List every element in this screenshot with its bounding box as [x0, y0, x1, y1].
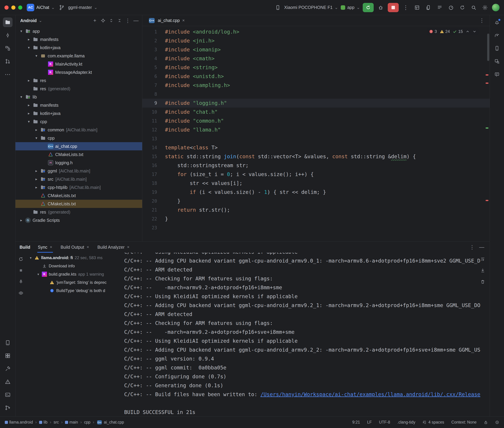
code-line-18[interactable]: 18 str << values[i]; [142, 179, 490, 188]
code-line-17[interactable]: 17 for (size_t i = 0; i < values.size();… [142, 170, 490, 179]
filter-eye-icon[interactable] [17, 289, 25, 297]
tree-item-kotlin-java[interactable]: ▸kotlin+java [16, 109, 142, 117]
tree-item-messageadapter-kt[interactable]: KMessageAdapter.kt [16, 68, 142, 76]
previous-problem-button[interactable] [466, 29, 470, 33]
tree-item-cpp[interactable]: ▾cpp [16, 134, 142, 142]
build-tab-build-analyzer[interactable]: Build Analyzer✕ [97, 242, 130, 253]
error-stripe-mark[interactable] [486, 82, 488, 84]
window-minimize-button[interactable] [11, 6, 16, 10]
context-indicator[interactable]: Context: None [451, 420, 477, 425]
soft-wrap-button[interactable] [479, 255, 487, 263]
code-line-10[interactable]: 10#include "chat.h" [142, 107, 490, 116]
layout-inspector-icon[interactable] [413, 3, 421, 12]
code-line-12[interactable]: 12#include "llama.h" [142, 125, 490, 134]
run-button[interactable] [363, 3, 374, 12]
stop-sync-button[interactable] [17, 267, 25, 274]
profiler-icon[interactable] [447, 3, 455, 12]
hide-build-panel-button[interactable]: — [478, 243, 486, 251]
tree-item-cpp-httplib[interactable]: ▸cpp-httplib[AiChat.lib.main] [16, 183, 142, 191]
more-actions-button[interactable]: ⋮ [401, 3, 410, 12]
line-separator-indicator[interactable]: LF [367, 420, 372, 425]
build-console[interactable]: C/C++: -- Using KleidiAI optimized kerne… [122, 253, 490, 416]
chevron-down-icon[interactable]: ▾ [28, 256, 34, 260]
error-stripe-mark[interactable] [486, 200, 488, 201]
pull-requests-tool-button[interactable] [3, 57, 13, 66]
inspection-profile-icon[interactable] [495, 420, 499, 424]
build-tool-button[interactable] [3, 364, 13, 374]
commit-tool-button[interactable] [3, 31, 13, 40]
code-line-13[interactable]: 13 [142, 134, 490, 143]
hide-panel-button[interactable]: — [132, 17, 140, 24]
code-line-5[interactable]: 5#include <string> [142, 63, 490, 72]
tree-item-manifests[interactable]: ▸manifests [16, 35, 142, 43]
build-tab-build-output[interactable]: Build Output✕ [60, 242, 90, 253]
code-line-16[interactable]: 16 std::ostringstream str; [142, 161, 490, 170]
breadcrumb-cpp[interactable]: cpp [84, 420, 90, 425]
tree-item-res[interactable]: res(generated) [16, 208, 142, 216]
debug-button[interactable] [376, 3, 385, 12]
error-stripe-mark[interactable] [486, 74, 488, 75]
logcat-icon[interactable] [436, 3, 444, 12]
inspections-widget[interactable]: 3 24 15 [427, 28, 479, 35]
version-control-tool-button[interactable] [3, 403, 13, 412]
expand-all-button[interactable] [108, 17, 115, 24]
chevron-right-icon[interactable]: ▸ [26, 37, 32, 41]
code-line-6[interactable]: 6#include <unistd.h> [142, 72, 490, 81]
clear-console-button[interactable] [479, 278, 487, 286]
more-tools-button[interactable]: ⋯ [3, 70, 13, 79]
settings-gear-icon[interactable] [481, 3, 489, 12]
resource-manager-tool-button[interactable] [3, 351, 13, 361]
tree-item-gradle-scripts[interactable]: ▸GGradle Scripts [16, 216, 142, 224]
chevron-right-icon[interactable]: ▸ [33, 185, 39, 189]
tree-item-cmakelists-txt[interactable]: CMakeLists.txt [16, 150, 142, 159]
tree-item-ai-chat-cpp[interactable]: C++ai_chat.cpp [16, 142, 142, 150]
tree-item-kotlin-java[interactable]: ▾kotlin+java [16, 43, 142, 52]
tree-item-res[interactable]: ▸res [16, 76, 142, 85]
errors-count-badge[interactable]: 3 [429, 29, 437, 34]
new-item-button[interactable]: + [91, 17, 99, 24]
chevron-right-icon[interactable]: ▸ [26, 111, 32, 115]
build-panel-title[interactable]: Build [19, 245, 30, 250]
code-line-9[interactable]: 9#include "logging.h" [142, 99, 490, 107]
encoding-indicator[interactable]: UTF-8 [379, 420, 390, 425]
chevron-right-icon[interactable]: ▸ [33, 177, 39, 181]
window-zoom-button[interactable] [18, 6, 22, 10]
overview-ruler[interactable] [485, 26, 490, 241]
search-icon[interactable] [469, 3, 478, 12]
tree-item-cmakelists-txt[interactable]: CMakeLists.txt [16, 191, 142, 200]
indent-indicator[interactable]: 4 spaces [423, 420, 444, 425]
close-tab-icon[interactable]: ✕ [87, 245, 89, 249]
collapse-all-button[interactable] [116, 17, 123, 24]
warnings-count-badge[interactable]: 24 [440, 29, 450, 34]
console-file-link[interactable]: /Users/hanyin/Workspace/ai-chat/examples… [260, 391, 480, 397]
panel-options-button[interactable]: ⋮ [124, 17, 132, 24]
project-selector[interactable]: AC AiChat ⌄ [27, 4, 55, 11]
tree-item-res[interactable]: res(generated) [16, 85, 142, 93]
code-line-8[interactable]: 8 [142, 90, 490, 99]
build-tree-item-llama-android-fi[interactable]: ▾llama.android: fi22 sec, 583 ms [26, 254, 122, 262]
change-stripe-mark[interactable] [486, 127, 488, 129]
scroll-to-end-button[interactable] [479, 267, 487, 274]
build-tree-item-jvmtarget-string-is-deprec[interactable]: 'jvmTarget: String' is deprec [26, 278, 122, 287]
code-line-7[interactable]: 7#include <sampling.h> [142, 81, 490, 90]
tree-item-manifests[interactable]: ▸manifests [16, 101, 142, 109]
notifications-bell-button[interactable] [492, 17, 502, 27]
close-tab-icon[interactable]: ✕ [182, 18, 185, 22]
chevron-down-icon[interactable]: ▾ [26, 120, 32, 124]
clang-tidy-indicator[interactable]: .clang-tidy [397, 420, 415, 425]
breadcrumb-ai-chat-cpp[interactable]: C++ai_chat.cpp [96, 420, 124, 425]
code-line-15[interactable]: 15static std::string join(const std::vec… [142, 152, 490, 161]
structure-tool-button[interactable] [3, 43, 13, 53]
locate-file-button[interactable] [99, 17, 107, 24]
tree-item-lib[interactable]: ▾lib [16, 93, 142, 101]
build-tab-sync[interactable]: Sync✕ [37, 242, 53, 253]
pin-icon[interactable] [17, 278, 25, 286]
editor-tab-ai-chat-cpp[interactable]: C++ ai_chat.cpp ✕ [145, 15, 188, 26]
close-tab-icon[interactable]: ✕ [127, 245, 129, 249]
device-manager-tool-button[interactable] [492, 43, 502, 53]
app-inspection-tool-button[interactable] [492, 57, 502, 66]
breadcrumb-src[interactable]: src [53, 420, 59, 425]
code-line-14[interactable]: 14template<class T> [142, 143, 490, 152]
build-tree-item-build-gradle-kts[interactable]: ▾Kbuild.gradle.ktsapp 1 warning [26, 270, 122, 278]
project-view-title[interactable]: Android [20, 18, 37, 23]
